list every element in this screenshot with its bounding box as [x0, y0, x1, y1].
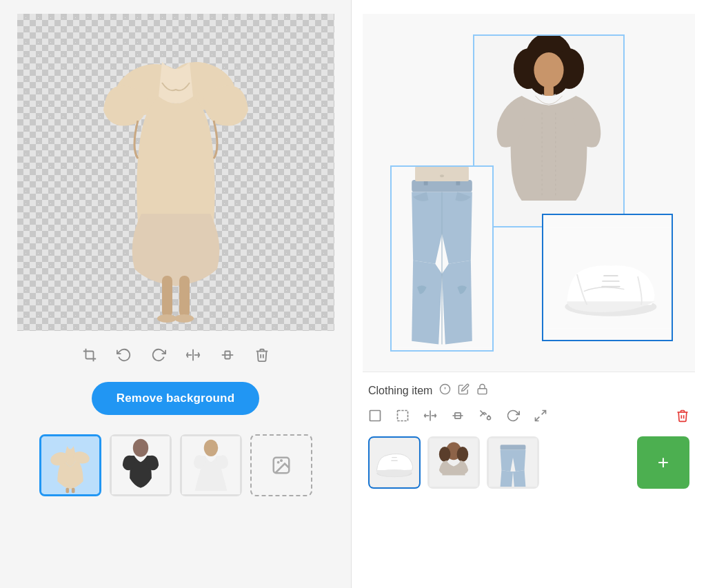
clothing-label-row: Clothing item [363, 383, 695, 398]
plus-icon: + [658, 453, 669, 472]
svg-rect-34 [412, 180, 472, 192]
svg-rect-3 [179, 276, 190, 317]
lock-icon[interactable] [476, 383, 488, 398]
svg-point-17 [132, 439, 148, 457]
right-thumbnail-1[interactable] [368, 436, 421, 489]
thumbnail-3[interactable] [180, 434, 242, 496]
bottom-right: Clothing item [363, 372, 695, 489]
flip-h-icon[interactable] [423, 409, 437, 423]
right-thumbnail-3[interactable] [487, 436, 539, 489]
svg-point-64 [439, 447, 451, 462]
distribute-icon[interactable] [220, 347, 235, 363]
svg-rect-14 [65, 488, 69, 493]
delete-right-icon[interactable] [676, 409, 689, 423]
jeans-card[interactable] [390, 165, 494, 352]
delete-left-icon[interactable] [254, 347, 270, 363]
svg-rect-30 [544, 85, 554, 97]
svg-point-4 [157, 314, 176, 323]
expand-icon[interactable] [534, 409, 547, 423]
collage-area [363, 14, 695, 372]
right-toolbar [363, 409, 695, 423]
add-photo-button[interactable] [250, 434, 312, 496]
svg-point-29 [534, 52, 563, 88]
svg-rect-49 [370, 411, 381, 421]
svg-point-19 [203, 440, 218, 456]
remove-background-button[interactable]: Remove background [92, 382, 260, 415]
rotate-icon[interactable] [506, 409, 520, 423]
svg-point-65 [457, 447, 469, 462]
thumbnail-row-left [39, 434, 312, 496]
svg-rect-38 [415, 167, 469, 181]
flip-icon[interactable] [185, 347, 201, 363]
info-icon[interactable] [439, 383, 451, 398]
select-box-icon[interactable] [368, 409, 382, 423]
align-icon[interactable] [451, 409, 465, 423]
svg-line-56 [542, 411, 546, 415]
svg-rect-50 [398, 411, 408, 421]
select-dashed-icon[interactable] [396, 409, 410, 423]
dress-svg [93, 21, 259, 324]
shoes-card[interactable] [542, 214, 673, 341]
add-item-button[interactable]: + [637, 436, 689, 489]
app-container: Remove background [0, 0, 706, 588]
left-toolbar [82, 347, 270, 363]
svg-point-39 [440, 174, 444, 177]
edit-icon[interactable] [458, 383, 470, 398]
sweater-figure [474, 34, 623, 226]
svg-line-57 [536, 417, 540, 421]
left-canvas [17, 14, 334, 331]
svg-rect-15 [71, 488, 74, 493]
sweater-card[interactable] [473, 34, 625, 227]
right-panel: Clothing item [352, 0, 706, 588]
svg-point-21 [276, 461, 279, 464]
thumbnail-2[interactable] [110, 434, 172, 496]
rotate-ccw-icon[interactable] [117, 347, 132, 363]
thumbnail-row-right: + [363, 436, 695, 489]
svg-point-5 [174, 314, 194, 323]
clothing-item-label: Clothing item [368, 385, 432, 397]
jeans-figure [392, 165, 492, 350]
fill-icon[interactable] [478, 409, 492, 423]
crop-icon[interactable] [82, 347, 97, 363]
shoes-figure [543, 226, 672, 330]
thumbnail-1[interactable] [39, 434, 101, 496]
svg-rect-67 [501, 445, 526, 449]
left-panel: Remove background [0, 0, 352, 588]
svg-rect-2 [162, 276, 172, 317]
svg-rect-48 [478, 389, 487, 394]
rotate-cw-icon[interactable] [151, 347, 166, 363]
right-thumbnail-2[interactable] [427, 436, 480, 489]
